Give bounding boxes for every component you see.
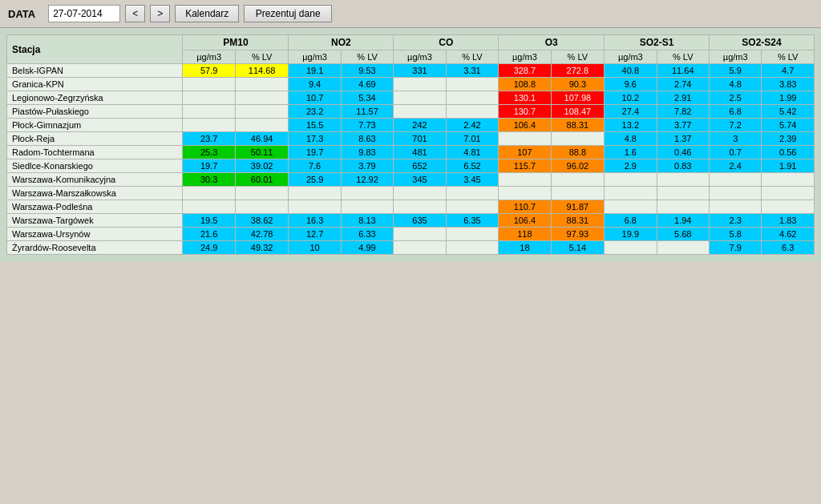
data-cell [394, 105, 446, 119]
data-cell: 106.4 [499, 214, 551, 228]
prezentuj-button[interactable]: Prezentuj dane [244, 5, 332, 22]
data-cell: 17.3 [289, 132, 341, 146]
data-cell [499, 187, 551, 200]
next-date-button[interactable]: > [150, 5, 170, 22]
data-cell: 8.63 [341, 132, 393, 146]
table-row: Płock-Gimnazjum15.57.732422.42106.488.31… [7, 119, 815, 132]
data-cell: 57.9 [183, 64, 235, 78]
data-cell: 15.5 [289, 119, 341, 132]
table-row: Siedlce-Konarskiego19.739.027.63.796526.… [7, 159, 815, 173]
data-cell: 1.91 [762, 159, 815, 173]
data-cell: 4.69 [341, 78, 393, 91]
data-cell: 0.83 [657, 159, 709, 173]
data-cell: 90.3 [551, 78, 604, 91]
data-cell [710, 173, 762, 187]
data-cell: 5.42 [762, 105, 815, 119]
data-cell [341, 200, 393, 214]
unit-so2s1-ug: µg/m3 [605, 50, 657, 64]
data-cell: 19.7 [289, 146, 341, 159]
data-cell: 3.31 [446, 64, 498, 78]
data-cell [710, 200, 762, 214]
data-cell: 0.56 [762, 146, 815, 159]
data-cell: 3.83 [762, 78, 815, 91]
station-cell: Warszawa-Podleśna [7, 200, 183, 214]
calendar-button[interactable]: Kalendarz [175, 5, 239, 22]
data-cell [394, 78, 446, 91]
data-cell: 19.1 [289, 64, 341, 78]
data-cell [657, 187, 709, 200]
data-cell [446, 200, 498, 214]
data-cell [762, 173, 815, 187]
data-cell: 49.32 [235, 241, 288, 255]
data-cell [183, 200, 235, 214]
data-cell: 106.4 [499, 119, 551, 132]
data-cell: 7.01 [446, 132, 498, 146]
station-cell: Belsk-IGPAN [7, 64, 183, 78]
data-cell: 6.8 [710, 105, 762, 119]
data-cell [499, 173, 551, 187]
data-cell [657, 200, 709, 214]
data-cell: 18 [499, 241, 551, 255]
data-cell [235, 91, 288, 105]
data-cell [183, 119, 235, 132]
data-label: DATA [8, 8, 35, 20]
data-cell [446, 91, 498, 105]
data-cell [235, 78, 288, 91]
data-cell: 110.7 [499, 200, 551, 214]
data-cell [235, 119, 288, 132]
data-cell: 5.68 [657, 228, 709, 241]
data-cell: 19.5 [183, 214, 235, 228]
data-cell: 6.8 [605, 214, 657, 228]
data-cell: 91.87 [551, 200, 604, 214]
data-cell: 2.3 [710, 214, 762, 228]
data-cell: 24.9 [183, 241, 235, 255]
data-cell: 242 [394, 119, 446, 132]
unit-co-lv: % LV [446, 50, 498, 64]
data-cell [235, 187, 288, 200]
data-cell: 10 [289, 241, 341, 255]
data-cell [183, 91, 235, 105]
data-cell [657, 173, 709, 187]
data-cell: 4.8 [605, 132, 657, 146]
unit-pm10-lv: % LV [235, 50, 288, 64]
data-cell: 0.7 [710, 146, 762, 159]
data-cell: 97.93 [551, 228, 604, 241]
data-cell: 9.4 [289, 78, 341, 91]
data-cell: 1.6 [605, 146, 657, 159]
data-cell [551, 187, 604, 200]
data-cell [394, 241, 446, 255]
data-cell: 6.35 [446, 214, 498, 228]
table-row: Warszawa-Podleśna110.791.87 [7, 200, 815, 214]
data-cell [710, 187, 762, 200]
station-cell: Radom-Tochtermana [7, 146, 183, 159]
data-cell: 5.8 [710, 228, 762, 241]
date-input[interactable] [48, 5, 120, 22]
data-cell: 23.2 [289, 105, 341, 119]
table-row: Piastów-Pułaskiego23.211.57130.7108.4727… [7, 105, 815, 119]
data-cell: 88.31 [551, 119, 604, 132]
table-row: Granica-KPN9.44.69108.890.39.62.744.83.8… [7, 78, 815, 91]
data-cell: 7.9 [710, 241, 762, 255]
prev-date-button[interactable]: < [125, 5, 145, 22]
data-cell: 9.53 [341, 64, 393, 78]
table-row: Warszawa-Targówek19.538.6216.38.136356.3… [7, 214, 815, 228]
data-cell: 130.1 [499, 91, 551, 105]
data-cell [499, 132, 551, 146]
data-cell: 39.02 [235, 159, 288, 173]
unit-no2-ug: µg/m3 [289, 50, 341, 64]
station-cell: Płock-Gimnazjum [7, 119, 183, 132]
table-row: Radom-Tochtermana25.350.1119.79.834814.8… [7, 146, 815, 159]
data-cell [341, 187, 393, 200]
station-cell: Warszawa-Komunikacyjna [7, 173, 183, 187]
data-cell: 4.7 [762, 64, 815, 78]
data-cell: 2.9 [605, 159, 657, 173]
data-cell: 1.83 [762, 214, 815, 228]
station-cell: Płock-Reja [7, 132, 183, 146]
unit-no2-lv: % LV [341, 50, 393, 64]
data-cell [446, 241, 498, 255]
table-row: Żyrardów-Roosevelta24.949.32104.99185.14… [7, 241, 815, 255]
data-cell: 108.47 [551, 105, 604, 119]
station-cell: Warszawa-Marszałkowska [7, 187, 183, 200]
data-cell: 3.79 [341, 159, 393, 173]
data-cell: 328.7 [499, 64, 551, 78]
